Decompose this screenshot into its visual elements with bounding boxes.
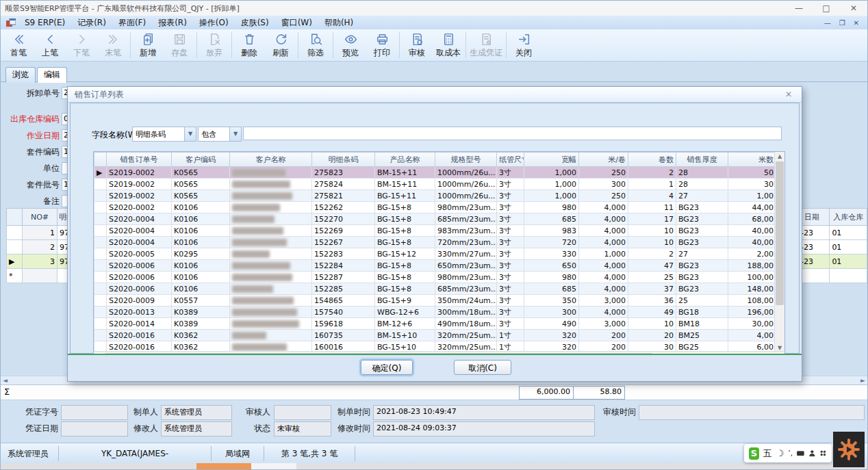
cell[interactable]: 47 <box>628 260 676 272</box>
refresh-button[interactable]: 刷新 <box>265 32 296 59</box>
cell[interactable]: 300 <box>579 179 628 190</box>
cell[interactable]: 3寸 <box>497 190 524 202</box>
add-button[interactable]: 新增 <box>132 32 164 59</box>
cell[interactable]: 188,00 <box>728 260 776 272</box>
cell[interactable]: BG-15+11 <box>375 190 435 202</box>
column-header[interactable]: NO# <box>23 209 58 226</box>
column-header[interactable]: 销售厚度 <box>676 153 728 167</box>
cell[interactable]: S2020-0016 <box>107 330 172 341</box>
cell[interactable]: 3寸 <box>497 248 524 260</box>
table-row[interactable]: 8-2301 <box>794 240 867 254</box>
cell[interactable]: BM-15+11 <box>375 179 435 190</box>
cell[interactable]: WBG-12+6 <box>375 306 435 318</box>
cell[interactable]: BG-15+8 <box>375 213 435 225</box>
window-maximize-button[interactable]: □ <box>813 1 840 16</box>
mdi-close-button[interactable]: ✕ <box>854 19 859 27</box>
cell-customer-name[interactable] <box>230 237 312 248</box>
cell[interactable]: 1寸 <box>497 330 524 341</box>
cell[interactable]: 2,00 <box>728 248 776 260</box>
cell[interactable]: 720 <box>524 237 579 248</box>
cell[interactable]: 1,00 <box>728 190 776 202</box>
cell[interactable]: K0362 <box>172 330 230 341</box>
cell[interactable]: 3寸 <box>497 283 524 295</box>
cell[interactable]: 1000mm/26u... <box>435 190 497 202</box>
cell-customer-name[interactable] <box>230 248 312 260</box>
cell[interactable]: 490 <box>524 318 579 330</box>
cell[interactable]: 40,00 <box>728 237 776 248</box>
table-row[interactable]: S2020-0006K0106152285BG-15+8685mm/23um..… <box>94 283 776 295</box>
tab-browse[interactable]: 浏览 <box>5 67 36 83</box>
cell[interactable]: BG23 <box>676 283 728 295</box>
cell[interactable]: S2020-0006 <box>107 272 172 283</box>
cell[interactable]: 4,000 <box>579 260 628 272</box>
cell[interactable]: 148,00 <box>728 283 776 295</box>
cell[interactable]: 27 <box>676 248 728 260</box>
cell[interactable]: K0106 <box>172 272 230 283</box>
table-row[interactable]: S2020-0009K0557154865BG-15+9350mm/24um..… <box>94 295 776 306</box>
cell[interactable]: 11 <box>628 202 676 213</box>
cell[interactable]: 275821 <box>312 190 375 202</box>
moon-icon[interactable]: ☽ <box>776 449 784 458</box>
cell-customer-name[interactable] <box>230 225 312 237</box>
column-header[interactable]: 产品名称 <box>375 153 435 167</box>
cell[interactable]: 1000mm/26u... <box>435 179 497 190</box>
cell[interactable]: 3,000 <box>579 295 628 306</box>
cell[interactable]: S2020-0004 <box>107 225 172 237</box>
table-row[interactable]: S2020-0004K0106152270BG-15+8685mm/23um..… <box>94 213 776 225</box>
table-row[interactable]: S2020-0014K0389159618BM-12+6490mm/18um..… <box>94 318 776 330</box>
cell[interactable]: 720mm/23um... <box>435 237 497 248</box>
cell[interactable]: 3寸 <box>497 237 524 248</box>
cell[interactable]: BG23 <box>676 225 728 237</box>
scroll-left-icon[interactable]: ◄ <box>3 377 8 384</box>
column-header[interactable]: 宽幅 <box>524 153 579 167</box>
cell[interactable]: 490mm/18um... <box>435 318 497 330</box>
table-row[interactable]: S2020-0013K0389157540WBG-12+6300mm/18um.… <box>94 306 776 318</box>
ime-mode-label[interactable]: 五 <box>763 449 772 458</box>
cell[interactable]: 152270 <box>312 213 375 225</box>
cell[interactable]: 650mm/23um... <box>435 260 497 272</box>
scrollbar-thumb[interactable] <box>776 161 784 305</box>
cell[interactable]: BG-15+8 <box>375 272 435 283</box>
cell[interactable]: 685 <box>524 213 579 225</box>
cell[interactable]: BG-15+12 <box>375 248 435 260</box>
cell[interactable]: 154865 <box>312 295 375 306</box>
cell[interactable]: S2020-0002 <box>107 202 172 213</box>
cell[interactable]: 20 <box>628 330 676 341</box>
cell[interactable]: 330mm/27um... <box>435 248 497 260</box>
filter-operator-select[interactable]: 包含 ▼ <box>198 127 242 142</box>
menu-item-6[interactable]: 窗口(W) <box>275 18 318 27</box>
table-row[interactable]: S2020-0005K0295152283BG-15+12330mm/27um.… <box>94 248 776 260</box>
cell[interactable]: 1,000 <box>524 190 579 202</box>
cell[interactable]: K0295 <box>172 248 230 260</box>
cell[interactable]: K0106 <box>172 283 230 295</box>
cell[interactable]: 980mm/23um... <box>435 272 497 283</box>
table-row[interactable]: S2020-0006K0106152287BG-15+8980mm/23um..… <box>94 272 776 283</box>
cell[interactable]: 25 <box>628 272 676 283</box>
cell-customer-name[interactable] <box>230 213 312 225</box>
cell[interactable]: S2020-0004 <box>107 213 172 225</box>
scroll-up-icon[interactable]: ▲ <box>775 152 784 161</box>
cell[interactable]: 1 <box>628 179 676 190</box>
taskbar-active-app[interactable] <box>196 463 251 470</box>
cell[interactable]: 30 <box>728 179 776 190</box>
cell[interactable]: S2019-0002 <box>107 167 172 179</box>
cell[interactable]: 1,000 <box>524 167 579 179</box>
cell[interactable]: BM-15+11 <box>375 167 435 179</box>
cell[interactable]: BG-15+8 <box>375 225 435 237</box>
cell-customer-name[interactable] <box>230 306 312 318</box>
cell[interactable]: S2020-0004 <box>107 237 172 248</box>
menu-item-4[interactable]: 操作(O) <box>193 18 235 27</box>
cell[interactable]: K0106 <box>172 202 230 213</box>
apps-grid-icon[interactable] <box>819 449 827 458</box>
cell[interactable]: 250 <box>579 167 628 179</box>
cell[interactable]: 320mm/25um... <box>435 330 497 341</box>
cell-customer-name[interactable] <box>230 167 312 179</box>
cell[interactable]: 3寸 <box>497 225 524 237</box>
column-header[interactable]: 纸管尺寸 <box>497 153 524 167</box>
delete-button[interactable]: 删除 <box>233 32 265 59</box>
cell[interactable]: BG23 <box>676 202 728 213</box>
cell-customer-name[interactable] <box>230 179 312 190</box>
cell[interactable]: 3寸 <box>497 167 524 179</box>
cell[interactable]: 152269 <box>312 225 375 237</box>
cell[interactable]: 25 <box>676 295 728 306</box>
